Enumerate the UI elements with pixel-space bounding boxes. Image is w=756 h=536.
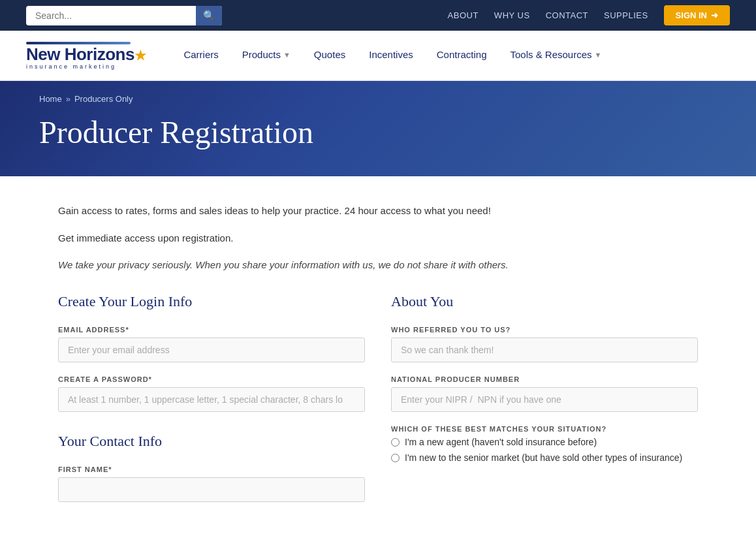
npn-field-group: NATIONAL PRODUCER NUMBER xyxy=(391,375,698,412)
npn-input[interactable] xyxy=(391,387,698,412)
situation-option-1[interactable]: I'm a new agent (haven't sold insurance … xyxy=(391,437,698,447)
npn-label: NATIONAL PRODUCER NUMBER xyxy=(391,375,698,383)
breadcrumb-current: Producers Only xyxy=(74,94,133,104)
password-field-group: CREATE A PASSWORD* xyxy=(58,375,365,412)
nav-about[interactable]: ABOUT xyxy=(448,10,479,20)
search-button[interactable]: 🔍 xyxy=(196,6,222,25)
breadcrumb-home[interactable]: Home xyxy=(39,94,62,104)
first-name-label: FIRST NAME* xyxy=(58,465,365,473)
intro-line1: Gain access to rates, forms and sales id… xyxy=(58,202,698,219)
breadcrumb: Home » Producers Only xyxy=(39,94,717,104)
contact-section: Your Contact Info FIRST NAME* xyxy=(58,433,365,502)
logo-area: New Horizons★ insurance marketing xyxy=(26,34,146,78)
sign-in-button[interactable]: SIGN IN ➜ xyxy=(664,5,730,25)
logo: New Horizons★ insurance marketing xyxy=(26,42,146,70)
first-name-field-group: FIRST NAME* xyxy=(58,465,365,502)
nav-tools-resources[interactable]: Tools & Resources ▼ xyxy=(499,31,614,80)
top-bar: 🔍 ABOUT WHY US CONTACT SUPPLIES SIGN IN … xyxy=(0,0,756,31)
nav-carriers[interactable]: Carriers xyxy=(172,31,230,80)
nav-products[interactable]: Products ▼ xyxy=(230,31,302,80)
top-nav: ABOUT WHY US CONTACT SUPPLIES SIGN IN ➜ xyxy=(448,5,730,25)
referral-label: WHO REFERRED YOU TO US? xyxy=(391,326,698,334)
search-input[interactable] xyxy=(26,6,222,25)
situation-radio-2[interactable] xyxy=(391,454,400,462)
logo-tagline: insurance marketing xyxy=(26,64,146,70)
right-column: About You WHO REFERRED YOU TO US? NATION… xyxy=(391,293,698,515)
search-wrap: 🔍 xyxy=(26,6,222,25)
intro-text: Gain access to rates, forms and sales id… xyxy=(58,202,698,274)
intro-line2: Get immediate access upon registration. xyxy=(58,230,698,247)
hero-area: Home » Producers Only Producer Registrat… xyxy=(0,81,756,176)
password-input[interactable] xyxy=(58,387,365,412)
main-nav: Carriers Products ▼ Quotes Incentives Co… xyxy=(172,31,730,80)
login-section: Create Your Login Info EMAIL ADDRESS* CR… xyxy=(58,293,365,412)
left-column: Create Your Login Info EMAIL ADDRESS* CR… xyxy=(58,293,365,515)
contact-section-heading: Your Contact Info xyxy=(58,433,365,450)
intro-privacy: We take your privacy seriously. When you… xyxy=(58,257,698,274)
situation-field-group: WHICH OF THESE BEST MATCHES YOUR SITUATI… xyxy=(391,425,698,463)
content-area: Gain access to rates, forms and sales id… xyxy=(19,176,737,536)
situation-radio-1[interactable] xyxy=(391,438,400,447)
situation-radio-group: I'm a new agent (haven't sold insurance … xyxy=(391,437,698,463)
password-label: CREATE A PASSWORD* xyxy=(58,375,365,383)
search-icon: 🔍 xyxy=(203,10,215,21)
nav-incentives[interactable]: Incentives xyxy=(357,31,425,80)
email-field-group: EMAIL ADDRESS* xyxy=(58,326,365,362)
nav-whyus[interactable]: WHY US xyxy=(494,10,530,20)
nav-bar: New Horizons★ insurance marketing Carrie… xyxy=(0,31,756,81)
nav-supplies[interactable]: SUPPLIES xyxy=(604,10,648,20)
about-section: About You WHO REFERRED YOU TO US? NATION… xyxy=(391,293,698,463)
email-input[interactable] xyxy=(58,338,365,362)
sign-in-icon: ➜ xyxy=(711,10,718,20)
chevron-down-icon-2: ▼ xyxy=(595,51,602,59)
nav-contact[interactable]: CONTACT xyxy=(546,10,588,20)
logo-brand: New Horizons★ xyxy=(26,46,146,63)
nav-contracting[interactable]: Contracting xyxy=(425,31,499,80)
situation-label: WHICH OF THESE BEST MATCHES YOUR SITUATI… xyxy=(391,425,698,433)
referral-input[interactable] xyxy=(391,338,698,362)
form-grid: Create Your Login Info EMAIL ADDRESS* CR… xyxy=(58,293,698,515)
situation-option-2[interactable]: I'm new to the senior market (but have s… xyxy=(391,452,698,463)
breadcrumb-sep: » xyxy=(66,94,71,104)
email-label: EMAIL ADDRESS* xyxy=(58,326,365,334)
login-section-heading: Create Your Login Info xyxy=(58,293,365,310)
chevron-down-icon: ▼ xyxy=(283,51,291,59)
referral-field-group: WHO REFERRED YOU TO US? xyxy=(391,326,698,362)
first-name-input[interactable] xyxy=(58,477,365,502)
page-title: Producer Registration xyxy=(39,114,717,150)
nav-quotes[interactable]: Quotes xyxy=(302,31,357,80)
about-section-heading: About You xyxy=(391,293,698,310)
